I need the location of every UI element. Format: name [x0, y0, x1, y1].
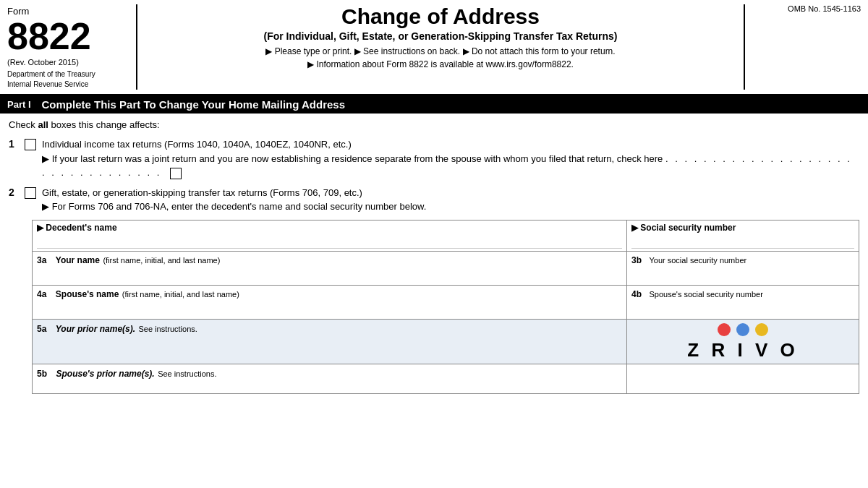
- decedent-ssn-cell: ▶ Social security number: [627, 221, 859, 251]
- line1-num: 1: [9, 138, 25, 150]
- row4a-sublabel: (first name, initial, and last name): [122, 290, 239, 299]
- line2-text: Gift, estate, or generation-skipping tra…: [42, 186, 859, 200]
- line2-num: 2: [9, 187, 25, 198]
- row5b-label: Spouse's prior name(s).: [56, 369, 154, 379]
- dept-info: Department of the Treasury Internal Reve…: [7, 69, 129, 90]
- line1-right-checkbox[interactable]: [170, 168, 182, 179]
- check-all-text: Check all boxes this change affects:: [9, 119, 859, 130]
- dot-red: [718, 323, 731, 336]
- part1-label: Part I: [7, 99, 31, 110]
- line2-content: Gift, estate, or generation-skipping tra…: [42, 186, 859, 214]
- row3a-input[interactable]: [37, 266, 622, 283]
- header-left: Form 8822 (Rev. October 2015) Department…: [7, 4, 137, 90]
- decedent-name-label: ▶ Decedent's name: [37, 223, 622, 233]
- instruction3: Do not attach this form to your return.: [463, 46, 616, 56]
- dept-line2: Internal Revenue Service: [7, 80, 129, 90]
- line1-text: Individual income tax returns (Forms 104…: [42, 137, 859, 152]
- row5b-input[interactable]: [37, 380, 622, 391]
- form-body: Check all boxes this change affects: 1 I…: [0, 114, 868, 394]
- part1-heading: Part I Complete This Part To Change Your…: [0, 95, 868, 114]
- dept-line1: Department of the Treasury: [7, 69, 129, 80]
- form-header: Form 8822 (Rev. October 2015) Department…: [0, 0, 868, 95]
- zrivo-text: Z R I V O: [687, 339, 798, 361]
- line1-checkbox[interactable]: [25, 139, 36, 150]
- line1-sub: If your last return was a joint return a…: [42, 152, 859, 180]
- row5b: 5b Spouse's prior name(s). See instructi…: [32, 364, 859, 394]
- row3b-header-cell: 3b Your social security number: [627, 252, 859, 285]
- row3a-sublabel: (first name, initial, and last name): [103, 256, 220, 265]
- row3a-num: 3a: [37, 255, 46, 265]
- row4b-cell: 4b Spouse's social security number: [627, 286, 859, 319]
- row4b-num: 4b: [631, 289, 642, 299]
- form-number: 8822: [7, 17, 129, 55]
- row5a-num: 5a: [37, 324, 46, 334]
- row3b-label: Your social security number: [649, 256, 746, 265]
- part1-title: Complete This Part To Change Your Home M…: [42, 98, 346, 111]
- header-right: OMB No. 1545-1163: [745, 4, 861, 90]
- row5b-num: 5b: [37, 369, 47, 379]
- instruction1: Please type or print.: [265, 46, 352, 56]
- decedent-ssn-label: ▶ Social security number: [631, 223, 854, 233]
- row4b-label: Spouse's social security number: [649, 290, 762, 299]
- zrivo-dots: [718, 323, 768, 336]
- instruction4: Information about Form 8822 is available…: [307, 59, 574, 69]
- row4a-input[interactable]: [37, 300, 622, 317]
- header-center: Change of Address (For Individual, Gift,…: [137, 4, 745, 90]
- row5a: 5a Your prior name(s). See instructions.…: [32, 319, 859, 364]
- rev-date: (Rev. October 2015): [7, 58, 129, 67]
- decedent-name-cell: ▶ Decedent's name: [33, 221, 627, 251]
- row3-header: 3a Your name (first name, initial, and l…: [32, 251, 859, 285]
- row4a-cell: 4a Spouse's name (first name, initial, a…: [33, 286, 627, 319]
- instruction2: See instructions on back.: [354, 46, 460, 56]
- decedent-row: ▶ Decedent's name ▶ Social security numb…: [32, 220, 859, 251]
- line1-item: 1 Individual income tax returns (Forms 1…: [9, 137, 859, 180]
- row3a-header-cell: 3a Your name (first name, initial, and l…: [33, 252, 627, 285]
- row4a-label: Spouse's name: [56, 289, 119, 299]
- line2-sub: For Forms 706 and 706-NA, enter the dece…: [42, 200, 859, 214]
- row3a-label: Your name: [56, 255, 100, 265]
- row5b-right: [627, 364, 859, 393]
- omb-number: OMB No. 1545-1163: [788, 4, 861, 13]
- decedent-ssn-input[interactable]: [631, 233, 854, 249]
- row3b-input[interactable]: [631, 266, 854, 283]
- row5a-right: Z R I V O: [627, 320, 859, 364]
- row5b-cell: 5b Spouse's prior name(s). See instructi…: [33, 364, 627, 393]
- row4b-input[interactable]: [631, 300, 854, 317]
- zrivo-brand: Z R I V O: [631, 323, 854, 361]
- instructions: Please type or print. See instructions o…: [148, 45, 733, 71]
- main-title: Change of Address: [148, 4, 733, 29]
- row5b-see: See instructions.: [158, 369, 216, 378]
- dot-blue: [736, 323, 749, 336]
- dot-yellow: [755, 323, 768, 336]
- line2-checkbox[interactable]: [25, 187, 36, 199]
- decedent-name-input[interactable]: [37, 233, 622, 249]
- line1-content: Individual income tax returns (Forms 104…: [42, 137, 859, 180]
- line2-item: 2 Gift, estate, or generation-skipping t…: [9, 186, 859, 214]
- subtitle: (For Individual, Gift, Estate, or Genera…: [148, 30, 733, 42]
- row4a-num: 4a: [37, 289, 46, 299]
- row3b-num: 3b: [631, 255, 642, 265]
- row5a-input[interactable]: [37, 335, 622, 352]
- row4: 4a Spouse's name (first name, initial, a…: [32, 285, 859, 319]
- row5a-label: Your prior name(s).: [56, 324, 135, 334]
- row5a-see: See instructions.: [139, 325, 197, 333]
- row5a-cell: 5a Your prior name(s). See instructions.: [33, 320, 627, 364]
